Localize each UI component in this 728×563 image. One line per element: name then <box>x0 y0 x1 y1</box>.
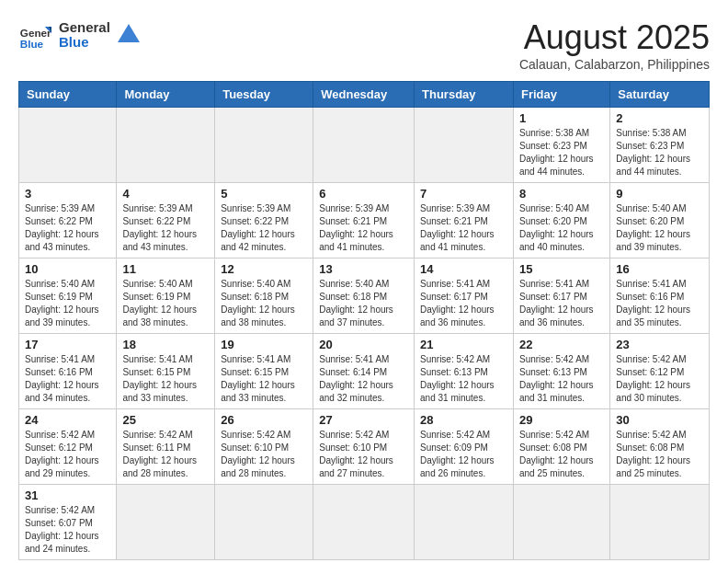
day-number: 22 <box>519 338 604 351</box>
page-header: General Blue General Blue August 2025 Ca… <box>18 18 710 72</box>
calendar-day-cell <box>415 485 514 560</box>
logo-general-text: General <box>59 20 110 36</box>
day-info: Sunrise: 5:42 AM Sunset: 6:10 PM Dayligh… <box>221 429 307 480</box>
day-number: 11 <box>122 262 209 276</box>
day-number: 21 <box>420 338 507 351</box>
day-info: Sunrise: 5:42 AM Sunset: 6:09 PM Dayligh… <box>420 429 507 480</box>
day-number: 20 <box>319 338 408 351</box>
weekday-header-saturday: Saturday <box>610 82 710 108</box>
calendar-day-cell <box>313 485 415 560</box>
weekday-header-monday: Monday <box>117 82 215 108</box>
day-info: Sunrise: 5:41 AM Sunset: 6:15 PM Dayligh… <box>221 353 307 405</box>
day-info: Sunrise: 5:40 AM Sunset: 6:19 PM Dayligh… <box>25 278 110 329</box>
day-info: Sunrise: 5:40 AM Sunset: 6:18 PM Dayligh… <box>221 278 307 329</box>
calendar-day-cell: 14Sunrise: 5:41 AM Sunset: 6:17 PM Dayli… <box>415 259 514 334</box>
calendar-week-1: 1Sunrise: 5:38 AM Sunset: 6:23 PM Daylig… <box>19 108 710 183</box>
calendar-day-cell <box>313 108 415 183</box>
day-number: 13 <box>319 262 408 276</box>
calendar-day-cell: 20Sunrise: 5:41 AM Sunset: 6:14 PM Dayli… <box>313 334 415 409</box>
day-number: 10 <box>25 262 110 276</box>
title-area: August 2025 Calauan, Calabarzon, Philipp… <box>519 18 710 72</box>
day-number: 17 <box>25 338 110 351</box>
logo: General Blue General Blue <box>18 18 142 52</box>
calendar-day-cell: 4Sunrise: 5:39 AM Sunset: 6:22 PM Daylig… <box>117 183 215 259</box>
day-info: Sunrise: 5:42 AM Sunset: 6:10 PM Dayligh… <box>319 429 408 480</box>
day-number: 24 <box>25 413 110 427</box>
day-info: Sunrise: 5:42 AM Sunset: 6:13 PM Dayligh… <box>519 353 604 405</box>
calendar-day-cell <box>513 485 609 560</box>
day-number: 16 <box>616 262 703 276</box>
calendar-day-cell: 11Sunrise: 5:40 AM Sunset: 6:19 PM Dayli… <box>117 259 215 334</box>
day-number: 28 <box>420 413 507 427</box>
day-info: Sunrise: 5:42 AM Sunset: 6:13 PM Dayligh… <box>420 353 507 405</box>
weekday-header-friday: Friday <box>513 82 609 108</box>
calendar-day-cell: 8Sunrise: 5:40 AM Sunset: 6:20 PM Daylig… <box>513 183 609 259</box>
day-number: 18 <box>122 338 209 351</box>
calendar-day-cell: 15Sunrise: 5:41 AM Sunset: 6:17 PM Dayli… <box>513 259 609 334</box>
calendar-day-cell: 27Sunrise: 5:42 AM Sunset: 6:10 PM Dayli… <box>313 409 415 485</box>
calendar-day-cell: 28Sunrise: 5:42 AM Sunset: 6:09 PM Dayli… <box>415 409 514 485</box>
calendar-week-6: 31Sunrise: 5:42 AM Sunset: 6:07 PM Dayli… <box>19 485 710 560</box>
day-info: Sunrise: 5:38 AM Sunset: 6:23 PM Dayligh… <box>616 127 703 178</box>
day-number: 14 <box>420 262 507 276</box>
day-info: Sunrise: 5:39 AM Sunset: 6:22 PM Dayligh… <box>122 202 209 254</box>
day-number: 8 <box>519 187 604 201</box>
weekday-header-sunday: Sunday <box>19 82 117 108</box>
day-info: Sunrise: 5:40 AM Sunset: 6:18 PM Dayligh… <box>319 278 408 329</box>
day-number: 1 <box>519 111 604 125</box>
day-info: Sunrise: 5:39 AM Sunset: 6:21 PM Dayligh… <box>319 202 408 254</box>
svg-marker-4 <box>118 24 140 42</box>
weekday-header-row: SundayMondayTuesdayWednesdayThursdayFrid… <box>19 82 710 108</box>
day-number: 9 <box>616 187 703 201</box>
calendar-day-cell <box>610 485 710 560</box>
day-info: Sunrise: 5:41 AM Sunset: 6:16 PM Dayligh… <box>25 353 110 405</box>
calendar-day-cell: 12Sunrise: 5:40 AM Sunset: 6:18 PM Dayli… <box>215 259 313 334</box>
logo-blue-text: Blue <box>59 35 110 51</box>
day-number: 3 <box>25 187 110 201</box>
day-number: 19 <box>221 338 307 351</box>
day-info: Sunrise: 5:40 AM Sunset: 6:20 PM Dayligh… <box>519 202 604 254</box>
calendar-day-cell: 9Sunrise: 5:40 AM Sunset: 6:20 PM Daylig… <box>610 183 710 259</box>
day-number: 4 <box>122 187 209 201</box>
calendar-day-cell: 10Sunrise: 5:40 AM Sunset: 6:19 PM Dayli… <box>19 259 117 334</box>
weekday-header-thursday: Thursday <box>415 82 514 108</box>
calendar-day-cell: 30Sunrise: 5:42 AM Sunset: 6:08 PM Dayli… <box>610 409 710 485</box>
calendar-day-cell <box>19 108 117 183</box>
calendar-subtitle: Calauan, Calabarzon, Philippines <box>519 57 710 72</box>
day-number: 31 <box>25 488 110 502</box>
day-info: Sunrise: 5:42 AM Sunset: 6:12 PM Dayligh… <box>616 353 703 405</box>
day-number: 27 <box>319 413 408 427</box>
day-number: 30 <box>616 413 703 427</box>
day-info: Sunrise: 5:42 AM Sunset: 6:11 PM Dayligh… <box>122 429 209 480</box>
calendar-day-cell: 6Sunrise: 5:39 AM Sunset: 6:21 PM Daylig… <box>313 183 415 259</box>
day-info: Sunrise: 5:42 AM Sunset: 6:08 PM Dayligh… <box>616 429 703 480</box>
calendar-day-cell: 16Sunrise: 5:41 AM Sunset: 6:16 PM Dayli… <box>610 259 710 334</box>
calendar-week-4: 17Sunrise: 5:41 AM Sunset: 6:16 PM Dayli… <box>19 334 710 409</box>
calendar-week-2: 3Sunrise: 5:39 AM Sunset: 6:22 PM Daylig… <box>19 183 710 259</box>
calendar-day-cell: 29Sunrise: 5:42 AM Sunset: 6:08 PM Dayli… <box>513 409 609 485</box>
day-info: Sunrise: 5:41 AM Sunset: 6:14 PM Dayligh… <box>319 353 408 405</box>
calendar-day-cell: 21Sunrise: 5:42 AM Sunset: 6:13 PM Dayli… <box>415 334 514 409</box>
day-info: Sunrise: 5:40 AM Sunset: 6:20 PM Dayligh… <box>616 202 703 254</box>
day-number: 29 <box>519 413 604 427</box>
svg-text:Blue: Blue <box>20 38 44 50</box>
calendar-day-cell: 23Sunrise: 5:42 AM Sunset: 6:12 PM Dayli… <box>610 334 710 409</box>
day-number: 2 <box>616 111 703 125</box>
calendar-day-cell: 26Sunrise: 5:42 AM Sunset: 6:10 PM Dayli… <box>215 409 313 485</box>
day-number: 12 <box>221 262 307 276</box>
day-number: 6 <box>319 187 408 201</box>
day-number: 5 <box>221 187 307 201</box>
day-number: 15 <box>519 262 604 276</box>
calendar-day-cell: 24Sunrise: 5:42 AM Sunset: 6:12 PM Dayli… <box>19 409 117 485</box>
calendar-day-cell: 19Sunrise: 5:41 AM Sunset: 6:15 PM Dayli… <box>215 334 313 409</box>
day-info: Sunrise: 5:39 AM Sunset: 6:22 PM Dayligh… <box>221 202 307 254</box>
calendar-day-cell: 3Sunrise: 5:39 AM Sunset: 6:22 PM Daylig… <box>19 183 117 259</box>
calendar-day-cell: 1Sunrise: 5:38 AM Sunset: 6:23 PM Daylig… <box>513 108 609 183</box>
day-info: Sunrise: 5:42 AM Sunset: 6:08 PM Dayligh… <box>519 429 604 480</box>
calendar-week-3: 10Sunrise: 5:40 AM Sunset: 6:19 PM Dayli… <box>19 259 710 334</box>
calendar-day-cell: 7Sunrise: 5:39 AM Sunset: 6:21 PM Daylig… <box>415 183 514 259</box>
day-info: Sunrise: 5:39 AM Sunset: 6:22 PM Dayligh… <box>25 202 110 254</box>
day-number: 26 <box>221 413 307 427</box>
calendar-day-cell: 22Sunrise: 5:42 AM Sunset: 6:13 PM Dayli… <box>513 334 609 409</box>
day-info: Sunrise: 5:40 AM Sunset: 6:19 PM Dayligh… <box>122 278 209 329</box>
